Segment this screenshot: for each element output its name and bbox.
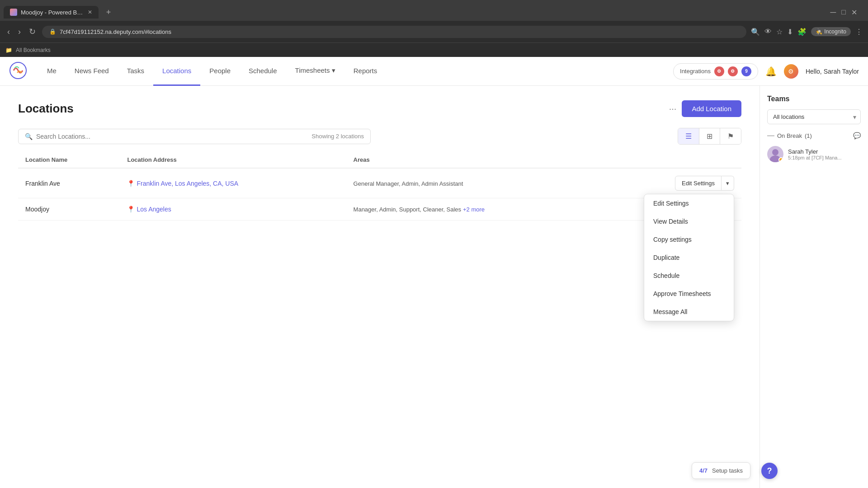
location-name-2: Moodjoy — [25, 206, 49, 213]
help-button[interactable]: ? — [761, 463, 778, 479]
extensions-icon[interactable]: 🧩 — [797, 28, 807, 36]
user-row: Sarah Tyler 5:18pm at [7CF] Mana... — [767, 146, 861, 162]
new-tab-icon: + — [106, 8, 111, 17]
areas-text-1: General Manager, Admin, Admin Assistant — [354, 180, 463, 187]
user-status: 5:18pm at [7CF] Mana... — [788, 155, 842, 160]
map-view-button[interactable]: ⚑ — [720, 128, 741, 144]
location-name-1: Franklin Ave — [25, 180, 60, 187]
nav-item-people[interactable]: People — [200, 57, 240, 86]
settings-avatar[interactable]: ⚙ — [784, 64, 798, 79]
add-location-button[interactable]: Add Location — [682, 100, 741, 117]
search-box: 🔍 Showing 2 locations — [18, 129, 371, 144]
more-options-icon[interactable]: ⋮ — [855, 28, 863, 36]
bookmarks-icon: 📁 — [5, 47, 12, 53]
new-tab-button[interactable]: + — [100, 6, 117, 19]
close-icon[interactable]: ✕ — [851, 8, 857, 17]
on-break-label: — On Break (1) 💬 — [767, 131, 861, 140]
grid-view-icon: ⊞ — [707, 132, 712, 140]
download-icon[interactable]: ⬇ — [787, 28, 793, 36]
page-title: Locations — [18, 102, 74, 116]
help-icon: ? — [767, 466, 772, 476]
user-info: Sarah Tyler 5:18pm at [7CF] Mana... — [788, 148, 842, 160]
close-tab-icon[interactable]: ✕ — [88, 9, 92, 15]
dropdown-message-all[interactable]: Message All — [644, 303, 734, 321]
table-row: Franklin Ave 📍 Franklin Ave, Los Angeles… — [18, 168, 741, 198]
search-input[interactable] — [36, 133, 302, 140]
col-header-name: Location Name — [18, 152, 120, 168]
hello-text: Hello, Sarah Taylor — [806, 68, 859, 75]
location-address-2: 📍 Los Angeles — [127, 206, 339, 213]
dropdown-copy-settings[interactable]: Copy settings — [644, 230, 734, 249]
table-row: Moodjoy 📍 Los Angeles Manager, Admin, Su… — [18, 198, 741, 221]
back-button[interactable]: ‹ — [5, 25, 12, 38]
svg-point-2 — [772, 149, 778, 155]
dropdown-duplicate[interactable]: Duplicate — [644, 249, 734, 267]
sidebar-title: Teams — [767, 95, 861, 103]
right-sidebar: Teams All locations — On Break (1) 💬 — [760, 86, 868, 488]
dropdown-approve-timesheets[interactable]: Approve Timesheets — [644, 285, 734, 303]
user-avatar — [767, 146, 783, 162]
list-view-icon: ☰ — [685, 132, 692, 140]
on-break-message-icon[interactable]: 💬 — [853, 132, 861, 139]
nav-item-timesheets[interactable]: Timesheets ▾ — [286, 57, 344, 86]
bookmarks-label[interactable]: All Bookmarks — [16, 47, 51, 53]
top-navigation: Me News Feed Tasks Locations People Sche… — [0, 57, 868, 86]
user-name: Sarah Tyler — [788, 148, 842, 155]
main-content: Locations ··· Add Location 🔍 Showing 2 l… — [0, 86, 760, 488]
page-header-right: ··· Add Location — [669, 100, 741, 117]
nav-item-locations[interactable]: Locations — [153, 57, 200, 86]
search-icon: 🔍 — [25, 133, 33, 140]
integration-avatar-1: ⚙ — [714, 66, 724, 76]
on-break-dash-icon: — — [767, 131, 774, 140]
nav-item-tasks[interactable]: Tasks — [118, 57, 153, 86]
setup-tasks-widget[interactable]: 4/7 Setup tasks — [692, 462, 750, 479]
tab-title: Moodjoy - Powered By Deputy — [21, 9, 84, 16]
integrations-button[interactable]: Integrations ⚙ ⚙ 9 — [673, 63, 758, 80]
map-view-icon: ⚑ — [727, 132, 734, 140]
reload-button[interactable]: ↻ — [27, 25, 38, 38]
pin-icon-2: 📍 — [127, 206, 135, 213]
nav-right: Integrations ⚙ ⚙ 9 🔔 ⚙ Hello, Sarah Tayl… — [673, 63, 859, 80]
search-nav-icon[interactable]: 🔍 — [751, 28, 760, 36]
sidebar-location-dropdown-wrapper: All locations — [767, 109, 861, 124]
nav-item-schedule[interactable]: Schedule — [240, 57, 286, 86]
locations-table: Location Name Location Address Areas Fra… — [18, 152, 741, 221]
incognito-icon: 🕵 — [816, 28, 822, 35]
notifications-bell-icon[interactable]: 🔔 — [765, 66, 777, 77]
showing-count-text: Showing 2 locations — [311, 133, 364, 140]
integration-avatar-2: ⚙ — [728, 66, 738, 76]
more-options-button[interactable]: ··· — [669, 103, 677, 114]
address-bar[interactable]: 🔒 7cf47d19112152.na.deputy.com/#location… — [42, 26, 746, 38]
col-header-actions — [609, 152, 741, 168]
nav-item-news-feed[interactable]: News Feed — [66, 57, 118, 86]
edit-settings-wrapper-1: Edit Settings ▾ Edit Settings View Detai… — [616, 176, 734, 191]
favorites-icon[interactable]: ☆ — [776, 28, 783, 36]
edit-settings-button-1[interactable]: Edit Settings — [675, 176, 722, 191]
reading-mode-icon[interactable]: 👁 — [764, 28, 772, 36]
nav-item-me[interactable]: Me — [38, 57, 66, 86]
areas-extra-2[interactable]: +2 more — [463, 206, 485, 213]
col-header-areas: Areas — [346, 152, 609, 168]
nav-item-reports[interactable]: Reports — [344, 57, 387, 86]
integration-avatar-3: 9 — [741, 66, 751, 76]
url-text: 7cf47d19112152.na.deputy.com/#locations — [60, 28, 171, 35]
view-toggle: ☰ ⊞ ⚑ — [678, 128, 741, 145]
edit-settings-dropdown-button-1[interactable]: ▾ — [722, 176, 734, 191]
sidebar-location-dropdown[interactable]: All locations — [767, 109, 861, 124]
dropdown-menu: Edit Settings View Details Copy settings… — [644, 194, 734, 321]
incognito-label: Incognito — [824, 28, 846, 35]
page-header: Locations ··· Add Location — [18, 100, 741, 117]
list-view-button[interactable]: ☰ — [678, 128, 699, 144]
dropdown-edit-settings[interactable]: Edit Settings — [644, 194, 734, 212]
pin-icon-1: 📍 — [127, 180, 135, 187]
dropdown-view-details[interactable]: View Details — [644, 212, 734, 230]
dropdown-schedule[interactable]: Schedule — [644, 267, 734, 285]
lock-icon: 🔒 — [49, 28, 56, 35]
app-logo[interactable] — [9, 61, 27, 81]
minimize-icon[interactable]: ─ — [830, 8, 836, 17]
forward-button[interactable]: › — [16, 25, 23, 38]
setup-label: Setup tasks — [712, 467, 743, 474]
active-tab[interactable]: Moodjoy - Powered By Deputy ✕ — [4, 6, 99, 19]
maximize-icon[interactable]: □ — [841, 8, 846, 16]
grid-view-button[interactable]: ⊞ — [699, 128, 720, 144]
